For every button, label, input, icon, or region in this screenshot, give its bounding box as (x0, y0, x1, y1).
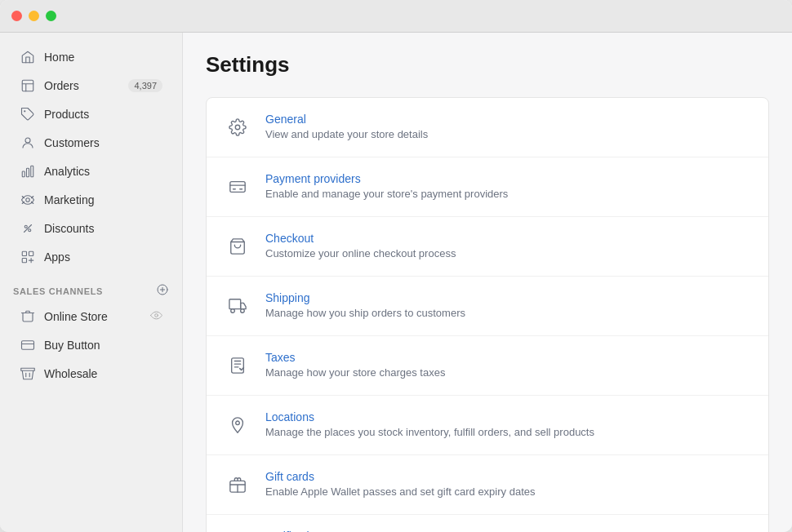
sidebar-item-label: Discounts (44, 222, 162, 235)
svg-rect-3 (22, 171, 24, 177)
sidebar-item-label: Customers (44, 136, 162, 149)
svg-rect-14 (22, 341, 34, 350)
settings-item-title: Payment providers (265, 172, 508, 185)
add-sales-channel-button[interactable] (156, 283, 169, 299)
svg-point-7 (24, 225, 27, 228)
settings-item-title: Locations (265, 410, 594, 423)
gear-icon (223, 113, 252, 142)
settings-item-title: General (265, 113, 428, 126)
sidebar: Home Orders 4,397 Products (0, 33, 183, 532)
svg-rect-0 (22, 80, 33, 91)
settings-item-taxes[interactable]: Taxes Manage how your store charges taxe… (207, 336, 768, 396)
customers-icon (20, 135, 36, 151)
taxes-icon (223, 351, 252, 380)
sales-channel-label: Buy Button (44, 339, 162, 352)
svg-rect-15 (230, 182, 245, 193)
titlebar (0, 0, 792, 33)
minimize-button[interactable] (29, 11, 39, 21)
svg-point-13 (155, 314, 158, 317)
svg-point-2 (25, 138, 30, 143)
settings-item-gift-cards[interactable]: Gift cards Enable Apple Wallet passes an… (207, 455, 768, 515)
sidebar-item-label: Home (44, 51, 162, 64)
svg-rect-19 (232, 358, 244, 373)
home-icon (20, 49, 36, 65)
sidebar-item-customers[interactable]: Customers (7, 129, 176, 157)
settings-item-text-shipping: Shipping Manage how you ship orders to c… (265, 291, 465, 319)
svg-rect-5 (31, 166, 33, 177)
settings-item-desc: Manage how you ship orders to customers (265, 307, 465, 319)
sidebar-item-discounts[interactable]: Discounts (7, 215, 176, 242)
sidebar-item-products[interactable]: Products (7, 100, 176, 128)
settings-item-text-general: General View and update your store detai… (265, 113, 428, 140)
settings-item-text-locations: Locations Manage the places you stock in… (265, 410, 594, 438)
marketing-icon (20, 192, 36, 208)
sidebar-item-apps[interactable]: Apps (7, 243, 176, 271)
products-icon (20, 106, 36, 122)
settings-item-title: Taxes (265, 351, 445, 364)
svg-point-17 (231, 309, 235, 313)
sidebar-item-buy-button[interactable]: Buy Button (7, 331, 176, 359)
orders-badge: 4,397 (128, 79, 162, 92)
settings-item-notifications[interactable]: Notifications Manage notifications sent … (207, 515, 768, 532)
settings-item-locations[interactable]: Locations Manage the places you stock in… (207, 396, 768, 455)
svg-rect-10 (29, 251, 33, 255)
settings-item-text-taxes: Taxes Manage how your store charges taxe… (265, 351, 445, 379)
svg-rect-16 (229, 299, 241, 309)
checkout-icon (223, 232, 252, 261)
eye-icon[interactable] (150, 309, 162, 324)
svg-rect-9 (22, 251, 26, 255)
settings-item-desc: Enable Apple Wallet passes and set gift … (265, 485, 535, 498)
app-window: Home Orders 4,397 Products (0, 0, 792, 532)
analytics-icon (20, 163, 36, 180)
settings-item-checkout[interactable]: Checkout Customize your online checkout … (207, 217, 768, 277)
sales-channel-label: Online Store (44, 310, 150, 323)
sidebar-item-home[interactable]: Home (7, 43, 176, 71)
page-title: Settings (206, 52, 769, 78)
discounts-icon (20, 220, 36, 237)
settings-item-desc: Enable and manage your store's payment p… (265, 188, 508, 200)
svg-point-8 (29, 229, 31, 232)
settings-item-desc: Customize your online checkout process (265, 247, 456, 259)
settings-item-title: Shipping (265, 291, 465, 304)
gift-cards-icon (223, 470, 252, 499)
settings-item-text-gift-cards: Gift cards Enable Apple Wallet passes an… (265, 470, 535, 498)
settings-item-text-checkout: Checkout Customize your online checkout … (265, 232, 456, 259)
svg-point-18 (241, 309, 245, 313)
settings-item-desc: Manage the places you stock inventory, f… (265, 426, 594, 438)
settings-item-payment[interactable]: Payment providers Enable and manage your… (207, 157, 768, 217)
settings-item-desc: View and update your store details (265, 128, 428, 140)
svg-rect-4 (27, 168, 29, 177)
sidebar-item-label: Orders (44, 79, 128, 92)
settings-item-title: Gift cards (265, 470, 535, 483)
sidebar-item-label: Marketing (44, 193, 162, 206)
sidebar-item-analytics[interactable]: Analytics (7, 157, 176, 185)
close-button[interactable] (11, 11, 22, 21)
main-content: Settings General View and update your st… (183, 33, 792, 532)
sidebar-item-online-store[interactable]: Online Store (7, 303, 176, 330)
svg-rect-11 (22, 259, 26, 263)
sales-channels-label: SALES CHANNELS (13, 286, 103, 296)
shipping-icon (223, 291, 252, 321)
maximize-button[interactable] (46, 11, 56, 21)
sidebar-item-label: Products (44, 108, 162, 121)
sales-channel-label: Wholesale (44, 367, 162, 380)
settings-item-desc: Manage how your store charges taxes (265, 366, 445, 379)
settings-item-general[interactable]: General View and update your store detai… (207, 98, 768, 157)
settings-card: General View and update your store detai… (206, 97, 769, 532)
sales-channels-section: SALES CHANNELS (0, 272, 182, 302)
orders-icon (20, 78, 36, 94)
main-layout: Home Orders 4,397 Products (0, 33, 792, 532)
wholesale-icon (20, 366, 36, 382)
sidebar-item-label: Analytics (44, 165, 162, 178)
svg-point-1 (24, 110, 25, 112)
sidebar-item-orders[interactable]: Orders 4,397 (7, 72, 176, 100)
svg-point-20 (236, 421, 240, 425)
settings-item-title: Checkout (265, 232, 456, 245)
sidebar-item-wholesale[interactable]: Wholesale (7, 360, 176, 388)
sidebar-item-label: Apps (44, 250, 162, 264)
locations-icon (223, 410, 252, 440)
settings-item-shipping[interactable]: Shipping Manage how you ship orders to c… (207, 277, 768, 336)
sidebar-item-marketing[interactable]: Marketing (7, 186, 176, 214)
online-store-icon (20, 308, 36, 325)
buy-button-icon (20, 337, 36, 353)
